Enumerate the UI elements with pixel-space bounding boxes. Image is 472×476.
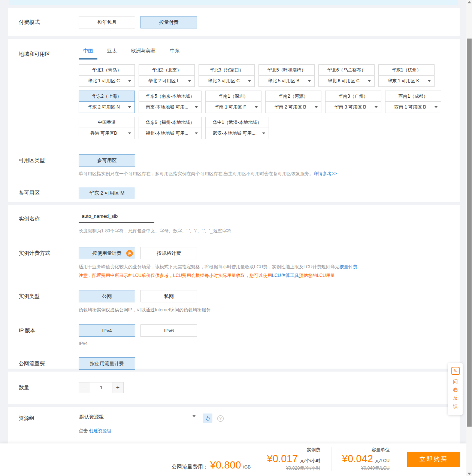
create-resource-group-link[interactable]: 创建资源组 [89,428,111,433]
ip-version-current: IPv4 [79,341,460,346]
zone-select[interactable]: 华北 1 可用区 C [79,76,134,86]
zone-select[interactable]: 华南 3 可用区 B [326,102,381,113]
chevron-down-icon [128,132,131,134]
region-cell-huanan1[interactable]: 华南1（深圳） 华南 1 可用区 F [205,91,261,113]
billing-by-usage-button[interactable]: 按使用量计费 惠 [79,247,135,259]
region-cell-xinan1[interactable]: 西南1（成都） 西南 1 可用区 B [385,91,441,113]
zone-select[interactable]: 福州-本地地域 可用... [139,128,201,139]
survey-feedback-widget[interactable]: ✎ 问卷反馈 [448,363,463,415]
ipv4-button[interactable]: IPv4 [79,324,135,337]
zone-select[interactable]: 华北 5 可用区 B [259,76,314,86]
zone-select[interactable]: 华南 1 可用区 F [206,102,261,113]
zone-select[interactable]: 武汉-本地地域 可用... [206,128,269,139]
quantity-card: 数量 − 1 + [8,372,460,404]
zone-select[interactable]: 华南 2 可用区 B [266,102,321,113]
multi-zone-button[interactable]: 多可用区 [79,154,135,167]
payment-mode-label: 付费模式 [8,16,79,28]
region-card: 地域和可用区 中国 亚太 欧洲与美洲 中东 华北1（青岛） 华北 1 可用区 C [8,39,460,202]
region-cell-huabei3[interactable]: 华北3（张家口） 华北 3 可用区 C [199,64,255,87]
scroll-up-arrow-icon[interactable] [468,1,471,3]
resource-group-hint: 点击 创建资源组 [79,428,460,434]
payment-mode-card: 付费模式 包年包月 按量付费 [8,8,460,36]
region-cell-huadong6[interactable]: 华东6（福州-本地地域） 福州-本地地域 可用... [139,117,202,139]
chevron-down-icon [315,106,318,108]
traffic-by-usage-button[interactable]: 按使用流量计费 [79,357,135,370]
refresh-icon [205,416,211,421]
region-cell-huabei5[interactable]: 华北5（呼和浩特） 华北 5 可用区 B [258,64,315,87]
billing-desc-link[interactable]: 按量付费 [339,264,357,269]
price-footer-bar: 公网流量费用： ¥0.800 /GB 实例费 ¥0.017 元/个/小时 ¥0.… [0,443,466,476]
lcu-estimator-link[interactable]: LCU估算工具 [272,273,299,278]
region-cell-huabei2[interactable]: 华北2（北京） 华北 2 可用区 L [139,64,195,87]
region-label: 地域和可用区 [8,46,79,143]
traffic-price-label: 公网流量费用： [172,464,208,470]
instance-fee-original-price: ¥0.020元/个/小时 [265,465,320,472]
vertical-scrollbar[interactable] [466,0,472,476]
billing-by-spec-button[interactable]: 按规格计费 [140,247,197,259]
tab-europe-america[interactable]: 欧洲与美洲 [127,46,160,59]
instance-type-help: 负载均衡实例仅提供公网IP，可以通过Internet访问的负载均衡服务 [79,307,460,313]
zone-select[interactable]: 西南 1 可用区 B [385,102,441,113]
region-cell-huabei6[interactable]: 华北6（乌兰察布） 华北 6 可用区 C [318,64,375,87]
zone-select[interactable]: 华北 3 可用区 C [199,76,254,86]
instance-fee-block: 实例费 ¥0.017 元/个/小时 ¥0.020元/个/小时 [265,447,320,472]
buy-now-button[interactable]: 立即购买 [407,452,460,467]
top-banner-strip [9,0,458,5]
chevron-down-icon [193,415,196,417]
zone-select[interactable]: 华东 2 可用区 N [79,102,134,113]
region-cell-hongkong[interactable]: 中国香港 香港 可用区D [79,117,135,139]
zone-select[interactable]: 华北 2 可用区 L [139,76,194,86]
chevron-down-icon [375,106,378,108]
region-cell-huadong5[interactable]: 华东5（南京-本地地域） 南京-本地地域 可用... [139,91,202,113]
instance-name-input[interactable] [79,213,154,223]
quantity-value[interactable]: 1 [90,382,112,393]
ipv6-button[interactable]: IPv6 [140,324,197,337]
backup-zone-button[interactable]: 华东 2 可用区 M [79,187,135,199]
region-cell-huanan3[interactable]: 华南3（广州） 华南 3 可用区 B [325,91,381,113]
chevron-down-icon [248,80,251,82]
private-network-button[interactable]: 私网 [140,290,197,302]
region-cell-huabei1[interactable]: 华北1（青岛） 华北 1 可用区 C [79,64,135,87]
zone-type-detail-link[interactable]: 详情参考>> [314,171,337,176]
chevron-down-icon [368,80,371,82]
capacity-unit-title: 容量单位 [340,447,390,453]
resource-group-card: 资源组 默认资源组 ? 点击 创建资源组 [8,407,460,443]
zone-select[interactable]: 南京-本地地域 可用... [139,102,201,113]
quantity-minus-button[interactable]: − [79,382,90,393]
region-tabs: 中国 亚太 欧洲与美洲 中东 [79,46,449,59]
traffic-price-value: ¥0.800 [210,460,241,471]
public-network-button[interactable]: 公网 [79,290,135,302]
resource-group-select[interactable]: 默认资源组 [79,414,197,423]
chevron-down-icon [195,132,198,134]
chevron-down-icon [262,132,265,134]
region-cell-huanan2[interactable]: 华南2（河源） 华南 2 可用区 B [265,91,321,113]
promo-badge-icon: 惠 [126,250,133,257]
capacity-unit-block: 容量单位 ¥0.042 元/LCU ¥0.049元/LCU [340,447,390,472]
instance-name-label: 实例名称 [8,213,79,234]
scrollbar-thumb[interactable] [467,39,472,427]
postpaid-option-button[interactable]: 按量付费 [140,16,197,28]
region-cell-huazhong1[interactable]: 华中1（武汉-本地地域） 武汉-本地地域 可用... [205,117,269,139]
chevron-down-icon [308,80,311,82]
tab-middle-east[interactable]: 中东 [165,46,184,59]
prepaid-option-button[interactable]: 包年包月 [79,16,135,28]
region-cell-huadong1[interactable]: 华东1（杭州） 华东 1 可用区 K [378,64,435,87]
chevron-down-icon [428,80,431,82]
tab-apac[interactable]: 亚太 [103,46,121,59]
ip-version-label: IP 版本 [8,324,79,346]
region-cell-huadong2-selected[interactable]: 华东2（上海） 华东 2 可用区 N [79,91,135,113]
chevron-down-icon [195,106,198,108]
zone-select[interactable]: 香港 可用区D [79,128,134,139]
zone-type-label: 可用区类型 [8,154,79,167]
quantity-plus-button[interactable]: + [112,382,123,393]
refresh-button[interactable] [203,414,212,423]
billing-method-label: 实例计费方式 [8,247,79,279]
slb-purchase-page: 付费模式 包年包月 按量付费 地域和可用区 中国 亚太 欧洲与美洲 中东 华北1… [0,0,472,476]
help-icon[interactable]: ? [217,415,224,422]
scroll-down-arrow-icon[interactable] [468,473,471,475]
zone-type-help: 单可用区指实例只在一个可用区存在；多可用区指实例在两个可用区存在,当主可用区不可… [79,171,460,177]
tab-china[interactable]: 中国 [79,46,97,59]
zone-select[interactable]: 华东 1 可用区 K [379,76,434,86]
chevron-down-icon [435,106,438,108]
zone-select[interactable]: 华北 6 可用区 C [319,76,374,86]
